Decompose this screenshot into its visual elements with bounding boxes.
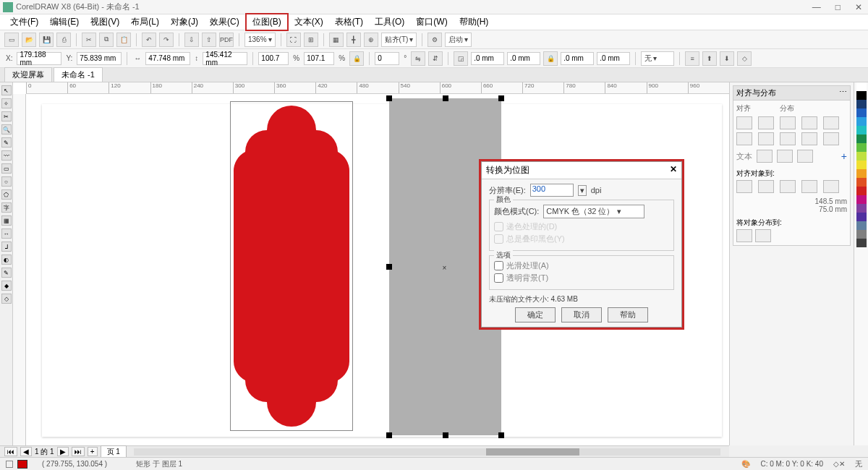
tab-document[interactable]: 未命名 -1 [54, 67, 103, 82]
color-swatch[interactable] [856, 108, 867, 117]
back-icon[interactable]: ⬇ [720, 51, 734, 66]
height-field[interactable]: 145.412 mm [203, 52, 247, 65]
color-swatch[interactable] [856, 204, 867, 213]
snap-dropdown[interactable]: 贴齐(T) ▾ [381, 33, 417, 47]
table-tool-icon[interactable]: ▦ [1, 215, 12, 226]
cut-icon[interactable]: ✂ [82, 33, 96, 47]
align-left-icon[interactable] [736, 116, 752, 129]
help-button[interactable]: 帮助 [608, 307, 648, 322]
color-swatch[interactable] [856, 82, 867, 91]
dist-middle-icon[interactable] [823, 132, 839, 145]
dist-top-icon[interactable] [801, 132, 817, 145]
corner-d-field[interactable]: .0 mm [597, 52, 630, 65]
corner-a-field[interactable]: .0 mm [471, 52, 504, 65]
launch-dropdown[interactable]: 启动 ▾ [445, 33, 472, 47]
menu-工具o[interactable]: 工具(O) [369, 14, 410, 30]
rotation-field[interactable]: 0 [375, 52, 399, 65]
menu-文本x[interactable]: 文本(X) [289, 14, 329, 30]
polygon-tool-icon[interactable]: ⬠ [1, 189, 12, 200]
copy-icon[interactable]: ⧉ [99, 33, 114, 47]
align-right-icon[interactable] [780, 116, 796, 129]
outline-width-combo[interactable]: 无 ▾ [641, 51, 674, 66]
handle-n[interactable] [443, 95, 448, 101]
paste-icon[interactable]: 📋 [116, 33, 131, 47]
export-icon[interactable]: ⇧ [202, 33, 216, 47]
scrollbar-thumb[interactable] [486, 448, 580, 456]
color-swatch[interactable] [856, 187, 867, 195]
handle-sw[interactable] [386, 432, 392, 438]
options-icon[interactable]: ⚙ [427, 33, 442, 47]
dist-to-1-icon[interactable] [736, 229, 752, 242]
grid-icon[interactable]: ▦ [329, 33, 344, 47]
corner-c-field[interactable]: .0 mm [561, 52, 594, 65]
color-swatch[interactable] [856, 91, 867, 100]
last-page-icon[interactable]: ⏭ [72, 447, 85, 456]
color-swatch[interactable] [856, 143, 867, 152]
crop-tool-icon[interactable]: ✂ [1, 111, 12, 121]
maximize-button[interactable]: □ [833, 2, 843, 12]
pick-tool-icon[interactable]: ↖ [1, 85, 12, 95]
align-top-icon[interactable] [736, 132, 752, 145]
handle-se[interactable] [498, 432, 504, 438]
guides-icon[interactable]: ╋ [346, 33, 361, 47]
menu-文件f[interactable]: 文件(F) [4, 14, 44, 30]
wrap-icon[interactable]: ≡ [685, 51, 699, 66]
color-swatch[interactable] [856, 161, 867, 169]
fill-color-indicator[interactable] [17, 460, 27, 469]
mirror-h-icon[interactable]: ⇋ [411, 51, 425, 66]
dist-to-2-icon[interactable] [755, 229, 771, 242]
color-swatch[interactable] [856, 178, 867, 187]
shape-tool-icon[interactable]: ✧ [1, 98, 12, 108]
color-swatch[interactable] [856, 152, 867, 161]
first-page-icon[interactable]: ⏮ [4, 447, 17, 456]
color-profile-icon[interactable]: 🎨 [741, 460, 750, 468]
freehand-tool-icon[interactable]: ✎ [1, 137, 12, 148]
ellipse-tool-icon[interactable]: ○ [1, 176, 12, 187]
resolution-dropdown-icon[interactable]: ▾ [578, 185, 587, 196]
interactive-tool-icon[interactable]: ◐ [1, 255, 12, 265]
menu-位图b[interactable]: 位图(B) [245, 13, 289, 31]
dropper-tool-icon[interactable]: ✎ [1, 268, 12, 278]
convert-icon[interactable]: ◇ [737, 51, 752, 66]
dialog-close-icon[interactable]: ✕ [670, 164, 677, 176]
docker-more-icon[interactable]: ⋯ [839, 87, 847, 98]
snap-icon[interactable]: ⊕ [364, 33, 378, 47]
fill-tool-icon[interactable]: ◆ [1, 281, 12, 291]
prev-page-icon[interactable]: ◀ [20, 447, 32, 456]
color-swatch[interactable] [856, 117, 867, 126]
redo-icon[interactable]: ↷ [159, 33, 174, 47]
dimension-tool-icon[interactable]: ↔ [1, 228, 12, 239]
artistic-tool-icon[interactable]: 〰 [1, 150, 12, 161]
scale-x-field[interactable]: 100.7 [258, 52, 289, 65]
color-swatch[interactable] [856, 100, 867, 108]
ok-button[interactable]: 确定 [515, 307, 556, 322]
text-align-2-icon[interactable] [777, 150, 793, 163]
color-mode-select[interactable]: CMYK 色（32 位） ▾ [543, 205, 644, 218]
close-button[interactable]: ✕ [852, 2, 865, 12]
transparent-bg-checkbox[interactable] [494, 273, 503, 283]
corner-icon[interactable]: ◲ [454, 51, 468, 66]
text-tool-icon[interactable]: 字 [1, 202, 12, 213]
menu-对象j[interactable]: 对象(J) [165, 14, 204, 30]
mirror-v-icon[interactable]: ⇵ [428, 51, 443, 66]
align-bottom-icon[interactable] [780, 132, 796, 145]
align-to-2-icon[interactable] [758, 180, 774, 193]
front-icon[interactable]: ⬆ [702, 51, 717, 66]
antialias-checkbox[interactable] [494, 261, 503, 270]
save-icon[interactable]: 💾 [39, 33, 54, 47]
color-swatch[interactable] [856, 230, 867, 239]
lock-corner-icon[interactable]: 🔒 [543, 51, 558, 66]
color-swatch[interactable] [856, 195, 867, 204]
menu-表格t[interactable]: 表格(T) [329, 14, 369, 30]
menu-效果c[interactable]: 效果(C) [204, 14, 245, 30]
align-to-5-icon[interactable] [823, 180, 839, 193]
text-align-1-icon[interactable] [757, 150, 773, 163]
align-middle-icon[interactable] [758, 132, 774, 145]
menu-布局l[interactable]: 布局(L) [125, 14, 165, 30]
print-icon[interactable]: ⎙ [56, 33, 71, 47]
color-swatch[interactable] [856, 239, 867, 247]
scale-y-field[interactable]: 107.1 [304, 52, 334, 65]
horizontal-scrollbar[interactable] [134, 448, 720, 456]
import-icon[interactable]: ⇩ [184, 33, 199, 47]
rulers-icon[interactable]: ⊞ [304, 33, 318, 47]
